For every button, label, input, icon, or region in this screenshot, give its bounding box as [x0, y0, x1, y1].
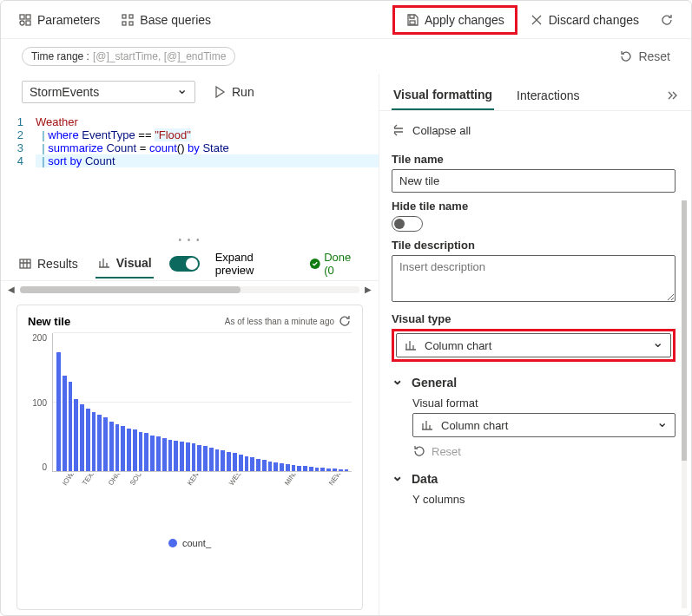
tile-description-input[interactable] [392, 255, 676, 302]
reset-section-button[interactable]: Reset [392, 437, 676, 458]
column-chart-icon [404, 338, 418, 352]
visual-type-select[interactable]: Column chart [396, 333, 671, 357]
close-icon [530, 13, 544, 27]
visual-type-value: Column chart [425, 339, 491, 352]
chart-icon [97, 256, 111, 270]
reset-section-label: Reset [432, 445, 461, 458]
apply-changes-label: Apply changes [425, 13, 504, 27]
visual-type-label: Visual type [392, 312, 676, 325]
svg-rect-0 [20, 15, 24, 19]
expand-preview-toggle[interactable] [169, 256, 200, 272]
base-queries-icon [121, 13, 135, 27]
apply-changes-highlight: Apply changes [392, 5, 517, 35]
tile-name-input[interactable] [392, 169, 676, 193]
legend-label: count_ [182, 538, 211, 548]
column-chart-icon [420, 418, 434, 432]
section-general[interactable]: General [392, 376, 676, 390]
line-number: 2 [1, 128, 36, 141]
parameters-icon [18, 13, 32, 27]
section-general-label: General [412, 376, 457, 390]
parameters-button[interactable]: Parameters [10, 10, 109, 30]
svg-point-2 [20, 21, 24, 25]
visual-format-label: Visual format [412, 396, 676, 410]
visual-format-select[interactable]: Column chart [412, 413, 676, 437]
svg-rect-6 [122, 22, 126, 25]
query-editor[interactable]: 1Weather 2 | where EventType == "Flood" … [1, 110, 379, 173]
formatting-pane: Visual formatting Interactions Collapse … [379, 74, 691, 616]
bars-container [52, 333, 352, 472]
vertical-scrollbar[interactable] [682, 200, 687, 608]
chart-legend: count_ [28, 534, 352, 552]
format-tabs: Visual formatting Interactions [379, 74, 691, 111]
collapse-all-button[interactable]: Collapse all [392, 120, 676, 146]
discard-changes-button[interactable]: Discard changes [521, 10, 648, 30]
chevron-down-icon [652, 339, 663, 352]
play-icon [213, 85, 227, 99]
chevron-down-icon [392, 376, 403, 390]
apply-changes-button[interactable]: Apply changes [404, 10, 506, 30]
more-icon[interactable] [665, 88, 679, 102]
status-done-label: Done (0 [324, 251, 363, 277]
tab-visual-formatting[interactable]: Visual formatting [392, 81, 494, 110]
reset-label: Reset [638, 49, 670, 63]
tab-interactions[interactable]: Interactions [515, 82, 581, 109]
legend-marker [168, 539, 177, 547]
base-queries-button[interactable]: Base queries [112, 10, 220, 30]
tab-visual[interactable]: Visual [96, 249, 154, 279]
collapse-all-label: Collapse all [412, 124, 471, 137]
parameters-label: Parameters [37, 13, 100, 27]
run-button[interactable]: Run [206, 82, 261, 102]
svg-rect-5 [129, 15, 133, 18]
status-done: Done (0 [309, 251, 363, 277]
svg-rect-9 [20, 259, 30, 268]
save-icon [405, 13, 419, 27]
hide-tile-name-label: Hide tile name [392, 200, 676, 213]
top-toolbar: Parameters Base queries Apply changes Di… [1, 1, 691, 39]
pane-resize-handle[interactable]: • • • [1, 233, 379, 246]
chart-asof: As of less than a minute ago [225, 314, 352, 328]
query-pane: StormEvents Run 1Weather 2 | where Event… [1, 74, 379, 616]
section-data-label: Data [412, 472, 438, 486]
horizontal-scroll[interactable]: ◀ ▶ [1, 281, 379, 298]
filter-row: Time range : [@]_startTime, [@]_endTime … [1, 39, 691, 74]
line-number: 3 [1, 141, 36, 154]
visual-format-value: Column chart [441, 419, 508, 432]
tab-visual-label: Visual [116, 256, 152, 270]
x-axis: IOWATEXASOHIOSOUTH DAKOTAKENTUCKYWEST VI… [28, 474, 352, 534]
chevron-down-icon [392, 472, 403, 486]
svg-rect-4 [122, 15, 126, 18]
section-data[interactable]: Data [392, 472, 676, 486]
svg-rect-8 [410, 21, 415, 24]
y-axis: 200 100 0 [28, 333, 52, 472]
tab-results[interactable]: Results [16, 250, 80, 278]
datasource-value: StormEvents [30, 85, 99, 99]
time-range-value: [@]_startTime, [@]_endTime [93, 50, 227, 62]
refresh-icon [660, 13, 674, 27]
svg-rect-3 [26, 21, 30, 25]
datasource-dropdown[interactable]: StormEvents [22, 81, 195, 103]
y-columns-label: Y columns [412, 493, 676, 506]
chart-tile: New tile As of less than a minute ago 20… [16, 305, 363, 610]
table-icon [18, 257, 32, 271]
collapse-icon [392, 123, 405, 137]
reset-button[interactable]: Reset [619, 49, 670, 63]
run-label: Run [232, 85, 254, 99]
visual-type-highlight: Column chart [392, 329, 676, 362]
chart-plot-area: 200 100 0 [28, 333, 352, 472]
tile-description-label: Tile description [392, 239, 676, 252]
undo-icon [412, 444, 426, 458]
chevron-down-icon [656, 419, 668, 432]
undo-icon [619, 49, 633, 63]
line-number: 1 [1, 115, 36, 128]
time-range-pill[interactable]: Time range : [@]_startTime, [@]_endTime [22, 47, 235, 66]
discard-changes-label: Discard changes [549, 13, 639, 27]
chevron-down-icon [176, 85, 188, 99]
svg-rect-7 [129, 22, 133, 25]
line-number: 4 [1, 154, 36, 167]
refresh-button[interactable] [651, 10, 682, 30]
chart-title: New tile [28, 315, 70, 328]
hide-tile-name-toggle[interactable] [392, 216, 423, 232]
refresh-icon[interactable] [338, 314, 352, 328]
result-tabs: Results Visual Expand preview Done (0 [1, 246, 379, 281]
expand-preview-label: Expand preview [215, 251, 293, 277]
